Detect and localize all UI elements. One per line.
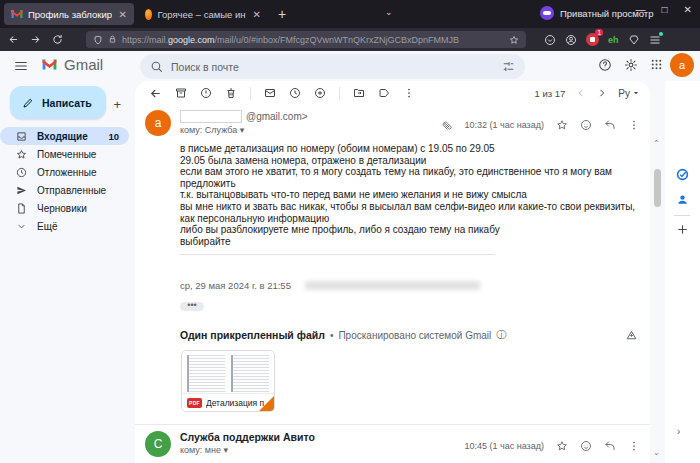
sidebar-item-label: Помеченные	[37, 149, 96, 160]
attachment-card[interactable]: PDF Детализация п...	[181, 350, 275, 412]
gmail-logo[interactable]: Gmail	[40, 56, 103, 73]
side-panel-toggle-icon[interactable]: ›	[677, 426, 680, 437]
info-icon[interactable]: ⓘ	[496, 328, 506, 342]
new-tab-button[interactable]: +	[278, 6, 286, 22]
emoji-reaction-icon[interactable]	[580, 119, 592, 131]
back-to-inbox-icon[interactable]	[149, 87, 162, 100]
scroll-up-icon[interactable]: ⌃	[653, 139, 660, 148]
scroll-down-icon[interactable]: ⌄	[653, 448, 660, 457]
contacts-icon[interactable]	[676, 193, 689, 206]
sidebar-item-label: Отложенные	[37, 167, 97, 178]
mark-unread-icon[interactable]	[264, 87, 276, 99]
search-options-icon[interactable]	[502, 60, 515, 73]
details-chevron-icon[interactable]: ▾	[240, 125, 245, 135]
tracking-shield-icon[interactable]	[93, 35, 103, 45]
sidebar-nav: Входящие 10 Помеченные Отложенные Отправ…	[0, 127, 135, 235]
forward-button[interactable]	[30, 34, 48, 45]
main-menu-icon[interactable]	[14, 59, 28, 73]
pocket-icon[interactable]	[544, 34, 556, 46]
bookmark-star-icon[interactable]	[509, 35, 519, 45]
browser-tab-gmail[interactable]: Профиль заблокирован 4948 ✕	[4, 3, 134, 25]
message-header[interactable]: a @gmail.com> кому: Служба ▾ 10:32 (1 ча…	[135, 105, 650, 136]
app-menu-button[interactable]	[649, 34, 661, 46]
account-icon[interactable]	[565, 34, 577, 46]
report-spam-icon[interactable]	[200, 87, 212, 99]
sidebar-item-more[interactable]: Ещё	[0, 217, 129, 235]
tab-close-icon[interactable]: ✕	[119, 9, 127, 20]
more-options-icon[interactable]	[403, 87, 415, 99]
reply-icon[interactable]	[604, 119, 616, 131]
gmail-favicon	[11, 8, 23, 20]
tab-list-chevron-icon[interactable]: ⌄	[385, 7, 393, 17]
toolbar-separator	[339, 87, 340, 100]
add-all-to-drive-icon[interactable]	[625, 329, 638, 342]
recipient-line[interactable]: кому: Служба ▾	[180, 125, 442, 135]
emoji-reaction-icon[interactable]	[580, 440, 592, 452]
details-chevron-icon[interactable]: ▾	[224, 445, 229, 455]
window-close-button[interactable]: ✕	[684, 4, 692, 15]
archive-icon[interactable]	[175, 87, 187, 99]
workspace-side-panel: ›	[665, 81, 700, 463]
older-thread-icon[interactable]	[597, 88, 607, 98]
create-label-button[interactable]: +	[113, 97, 121, 112]
url-bar[interactable]: https://mail.google.com/mail/u/0/#inbox/…	[86, 31, 526, 48]
move-to-folder-icon[interactable]	[353, 87, 365, 99]
gmail-header: Gmail Поиск в почте a	[0, 51, 700, 81]
back-button[interactable]	[8, 34, 26, 45]
eh-extension-icon[interactable]: eh	[608, 35, 619, 45]
scrollbar[interactable]: ⌃ ⌄	[650, 81, 665, 463]
search-bar[interactable]: Поиск в почте	[140, 54, 525, 79]
pikabu-favicon	[145, 9, 152, 20]
delete-icon[interactable]	[225, 87, 237, 99]
quote-divider	[180, 254, 495, 255]
help-icon[interactable]	[598, 58, 612, 72]
sidebar-item-snoozed[interactable]: Отложенные	[0, 163, 129, 181]
browser-tab-pikabu[interactable]: Горячее – самые интересные ✕	[138, 3, 268, 25]
message-header-collapsed[interactable]: C Служба поддержки Авито кому: мне ▾ 10:…	[135, 424, 650, 457]
gmail-logo-text: Gmail	[64, 56, 103, 73]
attachment-count-label: Один прикрепленный файл	[180, 329, 325, 341]
sender-avatar: a	[145, 110, 171, 136]
recipient-line[interactable]: кому: мне ▾	[180, 445, 465, 455]
show-trimmed-content-button[interactable]: •••	[180, 302, 204, 311]
sender-email-domain: @gmail.com>	[246, 111, 308, 122]
google-apps-grid-icon[interactable]	[650, 58, 663, 71]
reply-icon[interactable]	[604, 440, 616, 452]
window-minimize-button[interactable]: —	[636, 4, 646, 15]
thread-toolbar: 1 из 17 Ру	[135, 81, 650, 105]
newer-thread-icon[interactable]	[576, 88, 586, 98]
toolbar-separator	[250, 87, 251, 100]
star-message-icon[interactable]	[556, 119, 568, 131]
sidebar-item-sent[interactable]: Отправленные	[0, 181, 129, 199]
adblock-badge: 1	[595, 29, 603, 36]
lock-icon[interactable]	[108, 35, 117, 44]
attachment-fold-corner	[259, 396, 274, 411]
message-more-icon[interactable]	[628, 119, 640, 131]
star-message-icon[interactable]	[556, 440, 568, 452]
extension-icon[interactable]	[628, 34, 640, 46]
dot-separator: •	[330, 330, 334, 341]
sidebar-item-starred[interactable]: Помеченные	[0, 145, 129, 163]
get-addons-button[interactable]	[676, 223, 689, 236]
browser-titlebar: Профиль заблокирован 4948 ✕ Горячее – са…	[0, 0, 700, 28]
account-avatar[interactable]: a	[670, 53, 694, 77]
sidebar-item-inbox[interactable]: Входящие 10	[0, 127, 129, 145]
compose-button[interactable]: Написать	[10, 86, 106, 119]
label-icon[interactable]	[378, 87, 390, 99]
tab-close-icon[interactable]: ✕	[253, 9, 261, 20]
tasks-icon[interactable]	[676, 168, 689, 181]
input-language-button[interactable]: Ру	[618, 88, 640, 99]
chevron-down-icon	[632, 89, 640, 97]
settings-gear-icon[interactable]	[624, 58, 638, 72]
search-icon[interactable]	[150, 60, 163, 73]
sidebar-item-drafts[interactable]: Черновики	[0, 199, 129, 217]
add-to-tasks-icon[interactable]	[314, 87, 326, 99]
snooze-icon[interactable]	[289, 87, 301, 99]
scrollbar-thumb[interactable]	[654, 169, 661, 207]
reload-button[interactable]	[52, 34, 70, 45]
window-maximize-button[interactable]: □	[662, 4, 668, 15]
adblock-extension-icon[interactable]: 1	[586, 33, 599, 46]
sidebar-item-label: Входящие	[37, 131, 88, 142]
gmail-sidebar: Написать Входящие 10 Помеченные Отложенн	[0, 81, 135, 463]
message-more-icon[interactable]	[628, 440, 640, 452]
